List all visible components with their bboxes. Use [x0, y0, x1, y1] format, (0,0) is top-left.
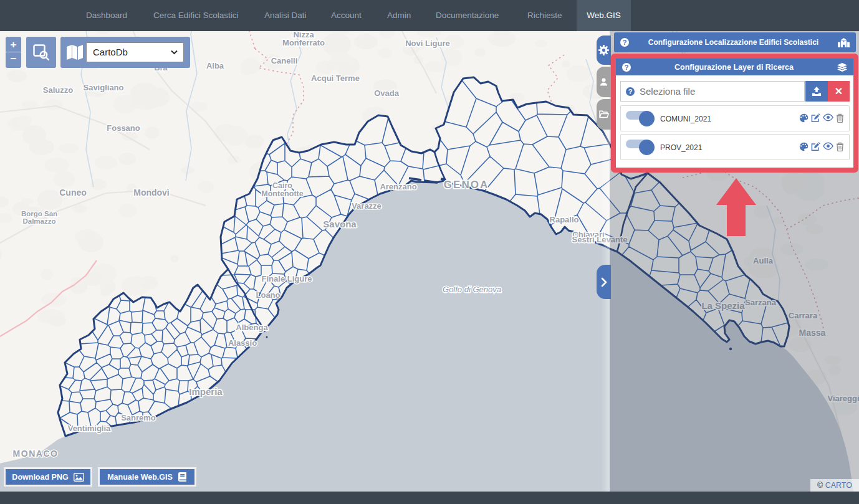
- svg-text:Arenzano: Arenzano: [380, 182, 416, 191]
- svg-text:Dalmazzo: Dalmazzo: [22, 217, 55, 225]
- svg-text:Borgo San: Borgo San: [21, 210, 57, 217]
- svg-text:Ventimiglia: Ventimiglia: [68, 424, 111, 433]
- svg-text:Sanremo: Sanremo: [121, 413, 156, 422]
- svg-text:Monferrato: Monferrato: [282, 38, 325, 47]
- svg-text:Alba: Alba: [206, 61, 224, 70]
- svg-text:Montenotte: Montenotte: [261, 189, 303, 198]
- svg-text:Savona: Savona: [323, 219, 357, 229]
- svg-text:Ovada: Ovada: [374, 88, 400, 98]
- svg-text:Rapallo: Rapallo: [550, 215, 579, 224]
- svg-text:Golfo di Genova: Golfo di Genova: [443, 285, 501, 294]
- svg-text:Mondovì: Mondovì: [133, 188, 170, 197]
- svg-text:Saluzzo: Saluzzo: [43, 85, 73, 95]
- svg-text:Varazze: Varazze: [352, 201, 382, 211]
- svg-text:Loano: Loano: [256, 290, 281, 300]
- svg-text:Cuneo: Cuneo: [59, 188, 87, 197]
- svg-text:MONACO: MONACO: [13, 449, 59, 459]
- svg-text:Cairo: Cairo: [272, 181, 292, 190]
- svg-text:GENOA: GENOA: [444, 179, 489, 191]
- svg-text:Savigliano: Savigliano: [83, 83, 123, 92]
- svg-text:Novi Ligure: Novi Ligure: [405, 39, 450, 48]
- svg-text:Acqui Terme: Acqui Terme: [311, 74, 360, 83]
- svg-text:Finale Ligure: Finale Ligure: [262, 274, 312, 283]
- svg-text:Canelli: Canelli: [271, 56, 298, 65]
- svg-text:Albenga: Albenga: [236, 323, 268, 332]
- svg-text:Alassio: Alassio: [228, 338, 257, 348]
- svg-text:Fossano: Fossano: [107, 123, 140, 133]
- svg-text:Imperia: Imperia: [189, 386, 223, 397]
